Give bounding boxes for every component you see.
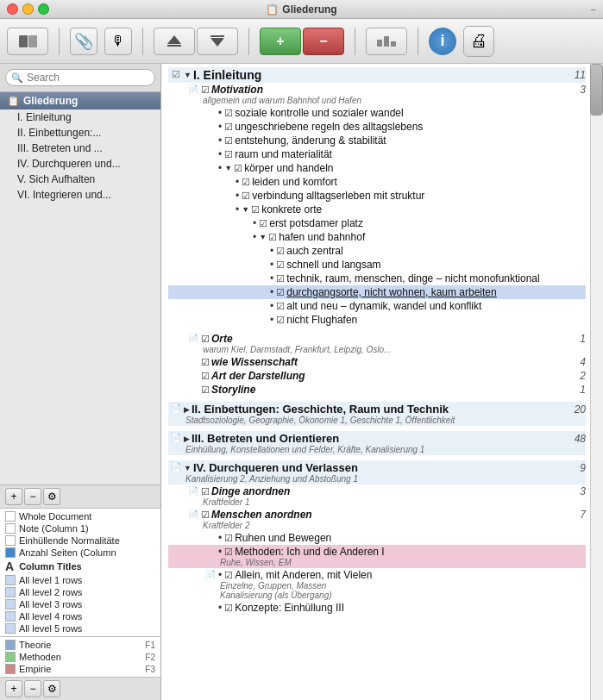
- minimize-button[interactable]: [22, 3, 34, 15]
- check-icon: ☑: [224, 533, 233, 544]
- style-level1[interactable]: All level 1 rows: [0, 574, 160, 586]
- section-II-sub: Stadtsoziologie, Geographie, Ökonomie 1,…: [184, 416, 586, 425]
- allein-row: 📄 • ☑ Allein, mit Anderen, mit Vielen Ei…: [168, 568, 586, 601]
- style-whole-document[interactable]: Whole Document: [0, 510, 160, 522]
- check-icon: ☑: [276, 259, 285, 271]
- search-box: 🔍: [5, 69, 155, 86]
- maximize-button[interactable]: [38, 3, 49, 15]
- info-button[interactable]: i: [429, 28, 456, 55]
- section-IV-page: 9: [580, 462, 586, 474]
- nav-down-button[interactable]: [197, 28, 238, 55]
- wie-wissenschaft-row: ☑ wie Wissenschaft 4: [168, 355, 586, 369]
- section-I-page: 11: [575, 69, 586, 81]
- methoden-ich-row: • ☑ Methoden: Ich und die Anderen I Ruhe…: [168, 545, 586, 568]
- style-note[interactable]: Note (Column 1): [0, 522, 160, 534]
- style-column-titles[interactable]: A Column Titles: [0, 559, 160, 574]
- collapse-icon[interactable]: ▶: [184, 405, 190, 414]
- section-I-text: I. Einleitung: [193, 68, 569, 82]
- row-text: ungeschriebene regeln des alltagslebens: [235, 121, 586, 133]
- style-A-icon: A: [5, 559, 14, 573]
- sidebar-item-1[interactable]: I. Einleitung: [0, 109, 160, 125]
- style-color: [5, 547, 16, 558]
- orte-text: Orte: [211, 333, 575, 345]
- window-controls[interactable]: [7, 3, 49, 15]
- check-icon: ☑: [201, 357, 210, 368]
- style-level3[interactable]: All level 3 rows: [0, 598, 160, 610]
- styles-add-button[interactable]: +: [5, 488, 22, 505]
- allein-sub: Einzelne, Gruppen, MassenKanalisierung (…: [218, 581, 586, 600]
- sidebar-item-4[interactable]: IV. Durchqueren und...: [0, 156, 160, 172]
- toolbar: 📎 🎙 + − i 🖨: [0, 19, 603, 64]
- row-entstehung: • ☑ entstehung, änderung & stabilität: [168, 134, 586, 147]
- section-III-text: III. Betreten und Orientieren: [192, 432, 569, 445]
- art-darstellung-row: ☑ Art der Darstellung 2: [168, 369, 586, 383]
- mic-button[interactable]: 🎙: [104, 28, 132, 55]
- collapse-icon[interactable]: ▶: [184, 434, 190, 443]
- expand-icon[interactable]: ▼: [242, 205, 249, 214]
- check-icon: ☑: [224, 603, 233, 614]
- expand-icon[interactable]: ▼: [184, 464, 192, 472]
- content-area: ☑ ▼ I. Einleitung 11 📄 ☑ Motivation: [161, 64, 603, 700]
- bullet: •: [218, 546, 222, 558]
- section-II-header: 📄 ▶ II. Einbettungen: Geschichte, Raum u…: [168, 402, 586, 426]
- row-koerper: • ▼ ☑ körper und handeln: [168, 161, 586, 175]
- expand-icon[interactable]: ▼: [184, 71, 192, 79]
- check-icon: ☑: [224, 108, 233, 119]
- section-IV-header: 📄 ▼ IV. Durchqueren und Verlassen 9 Kana…: [168, 460, 586, 484]
- methoden-sub: Ruhe, Wissen, EM: [218, 558, 586, 567]
- print-button[interactable]: 🖨: [463, 26, 494, 57]
- styles-remove-button[interactable]: −: [24, 488, 41, 505]
- row-auch-zentral: • ☑ auch zentral: [168, 244, 586, 258]
- remove-row-button[interactable]: −: [303, 28, 344, 55]
- section-III-sub: Einhüllung, Konstellationen und Felder, …: [184, 445, 586, 454]
- menschen-page: 7: [580, 509, 586, 521]
- styles-gear-button[interactable]: ⚙: [43, 488, 60, 505]
- sidebar-item-5[interactable]: V. Sich Aufhalten: [0, 172, 160, 187]
- style-color: [5, 511, 16, 522]
- columns-button[interactable]: [366, 28, 407, 55]
- style-anzahl[interactable]: Anzahl Seiten (Column: [0, 547, 160, 559]
- bullet: •: [218, 134, 222, 147]
- check-icon: ☑: [242, 177, 250, 188]
- style-einhuellende[interactable]: Einhüllende Normalitäte: [0, 534, 160, 547]
- row-text: alt und neu – dynamik, wandel und konfli…: [286, 300, 586, 312]
- label-empirie[interactable]: Empirie F3: [0, 663, 160, 675]
- label-theorie[interactable]: Theorie F1: [0, 639, 160, 651]
- style-color: [5, 587, 16, 597]
- labels-remove-button[interactable]: −: [24, 680, 41, 697]
- expand-icon[interactable]: ▼: [259, 233, 267, 241]
- style-level5[interactable]: All level 5 rows: [0, 622, 160, 634]
- label-methoden[interactable]: Methoden F2: [0, 651, 160, 663]
- main-layout: 🔍 📋 Gliederung I. Einleitung II. Einbett…: [0, 64, 603, 700]
- add-row-button[interactable]: +: [260, 28, 301, 55]
- check-icon: ☑: [201, 384, 210, 396]
- row-nicht-flughafen: • ☑ nicht Flughafen: [168, 313, 586, 327]
- orte-page: 1: [580, 333, 586, 345]
- style-level4[interactable]: All level 4 rows: [0, 610, 160, 622]
- sidebar-item-6[interactable]: VI. Integrieren und...: [0, 187, 160, 203]
- check-icon: ☑: [172, 69, 180, 80]
- sidebar-item-2[interactable]: II. Einbettungen:...: [0, 125, 160, 141]
- label-color: [5, 652, 16, 662]
- labels-add-button[interactable]: +: [5, 680, 22, 697]
- view-button[interactable]: [7, 28, 48, 55]
- section-I-header: ☑ ▼ I. Einleitung 11: [168, 67, 586, 83]
- sidebar-folder-icon: 📋: [7, 95, 20, 107]
- sidebar-item-3[interactable]: III. Betreten und ...: [0, 141, 160, 156]
- scrollbar-track[interactable]: [590, 64, 603, 700]
- ruhen-row: • ☑ Ruhen und Bewegen: [168, 531, 586, 545]
- scrollbar-thumb[interactable]: [590, 64, 603, 116]
- style-level2[interactable]: All level 2 rows: [0, 586, 160, 598]
- row-durchgangsorte: • ☑ durchgangsorte, nicht wohnen, kaum a…: [168, 285, 586, 299]
- row-text: körper und handeln: [244, 162, 586, 174]
- paperclip-button[interactable]: 📎: [70, 28, 97, 55]
- search-input[interactable]: [27, 72, 149, 84]
- nav-up-button[interactable]: [154, 28, 195, 55]
- check-icon: ☑: [276, 287, 285, 298]
- check-icon: ☑: [201, 371, 210, 382]
- check-icon: ☑: [224, 570, 233, 581]
- labels-gear-button[interactable]: ⚙: [43, 680, 60, 697]
- expand-icon[interactable]: ▼: [224, 164, 232, 172]
- section-I-icon: ☑: [168, 68, 184, 80]
- close-button[interactable]: [7, 3, 18, 15]
